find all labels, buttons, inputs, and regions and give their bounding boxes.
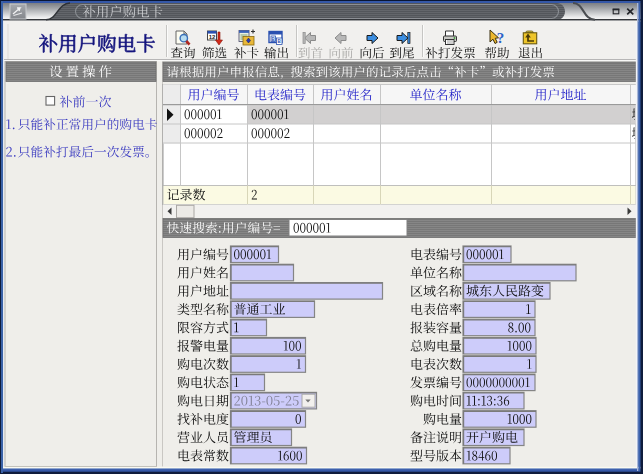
svg-text:12: 12 — [209, 34, 216, 40]
